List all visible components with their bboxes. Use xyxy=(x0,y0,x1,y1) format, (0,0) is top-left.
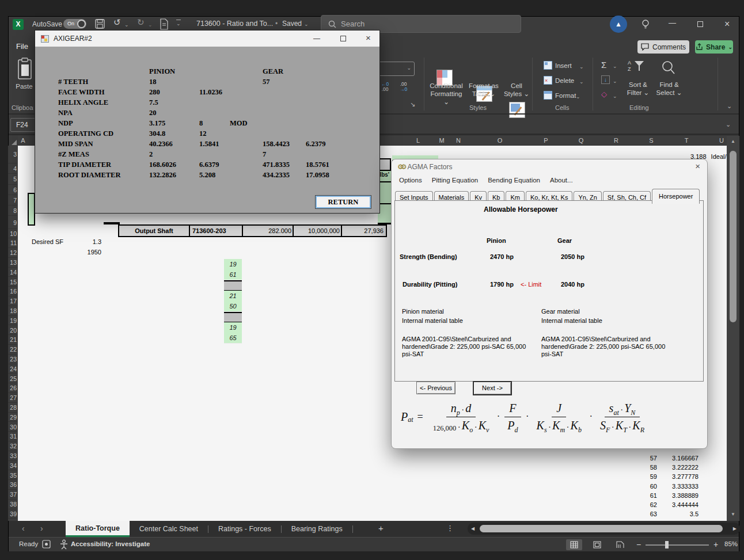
format-cells-button[interactable]: Format xyxy=(544,91,576,100)
row-header-22[interactable]: 22 xyxy=(8,345,17,355)
vertical-scroll-thumb[interactable] xyxy=(730,151,737,322)
format-as-table-button[interactable]: Format as Table ⌄ xyxy=(467,82,500,98)
number-format-combo[interactable]: ⌄ xyxy=(375,62,415,76)
document-icon[interactable] xyxy=(159,18,169,30)
sheet-cell[interactable]: 3.5 xyxy=(658,511,699,517)
undo-icon[interactable]: ↺ xyxy=(113,17,121,28)
axigear-titlebar[interactable]: AXIGEAR#2 — × xyxy=(35,31,379,47)
desired-sf-value[interactable]: 1.3 xyxy=(75,238,101,245)
sheet-cell[interactable]: 3.277778 xyxy=(658,473,699,480)
comments-button[interactable]: Comments xyxy=(637,40,689,54)
row-header-14[interactable]: 14 xyxy=(8,268,17,277)
row-header-36[interactable]: 36 xyxy=(8,480,17,490)
row-header-16[interactable]: 16 xyxy=(8,287,17,296)
row-header-19[interactable]: 19 xyxy=(8,316,17,326)
axigear-maximize-icon[interactable] xyxy=(340,36,346,41)
row-header-30[interactable]: 30 xyxy=(8,422,17,432)
sheet-cell[interactable]: 50 xyxy=(224,301,242,312)
menu-options[interactable]: Options xyxy=(399,177,422,184)
maximize-window-icon[interactable] xyxy=(697,21,703,27)
saved-status[interactable]: Saved xyxy=(282,20,302,28)
row-header-26[interactable]: 26 xyxy=(8,383,17,393)
tab-overflow-icon[interactable]: ⋮ xyxy=(446,524,454,532)
next-sheet-icon[interactable]: › xyxy=(40,524,43,533)
sheet-cell[interactable]: 19 xyxy=(224,259,242,270)
desired-sf-value2[interactable]: 1950 xyxy=(75,249,101,256)
sheet-cell[interactable]: 58 xyxy=(617,464,657,471)
undo-chevron-icon[interactable]: ⌄ xyxy=(124,22,129,28)
minimize-window-icon[interactable]: — xyxy=(669,18,676,27)
fill-chevron-icon[interactable]: ⌄ xyxy=(613,78,617,84)
row-header-34[interactable]: 34 xyxy=(8,461,17,471)
row-header-13[interactable]: 13 xyxy=(8,258,17,268)
hscroll-left-icon[interactable]: ◀ xyxy=(471,526,475,531)
clear-icon[interactable]: ◇ xyxy=(601,90,607,98)
normal-view-button[interactable] xyxy=(566,539,582,550)
sheet-cell[interactable]: 57 xyxy=(617,455,657,462)
sheet-cell[interactable]: 3.388889 xyxy=(658,492,699,499)
sheet-cell[interactable]: 3.166667 xyxy=(658,455,699,462)
autosum-icon[interactable]: Σ xyxy=(601,60,606,70)
row-header-3[interactable]: 3 xyxy=(8,146,17,163)
zoom-level[interactable]: 85% xyxy=(724,540,738,547)
row-header-37[interactable]: 37 xyxy=(8,490,17,500)
column-header-A[interactable]: A xyxy=(17,136,29,146)
row-header-25[interactable]: 25 xyxy=(8,374,17,384)
return-button[interactable]: RETURN xyxy=(316,196,371,208)
increase-decimal-icon[interactable]: .00→0 xyxy=(400,82,407,92)
macro-record-icon[interactable] xyxy=(42,540,51,549)
sheet-cell[interactable]: 61 xyxy=(617,492,657,499)
zoom-out-button[interactable]: − xyxy=(636,540,641,549)
fill-icon[interactable]: ↓ xyxy=(601,75,610,84)
row-header-5[interactable]: 5 xyxy=(8,174,17,184)
saved-chevron-icon[interactable]: ⌄ xyxy=(304,21,309,27)
autosave-toggle[interactable]: On xyxy=(63,19,86,29)
agma-titlebar[interactable]: ⚙⚙ AGMA Factors xyxy=(392,159,707,174)
insert-cells-button[interactable]: Insert xyxy=(544,61,572,70)
row-header-20[interactable]: 20 xyxy=(8,326,17,336)
customize-qat-icon[interactable]: ⌄ xyxy=(176,20,181,26)
sheet-cell[interactable]: 63 xyxy=(617,511,657,517)
paste-icon[interactable] xyxy=(16,58,33,81)
find-select-button[interactable]: Find & Select ⌄ xyxy=(654,81,684,97)
insert-chevron-icon[interactable]: ⌄ xyxy=(579,64,584,70)
clear-chevron-icon[interactable]: ⌄ xyxy=(613,93,617,99)
accessibility-status[interactable]: Accessibility: Investigate xyxy=(71,540,150,547)
row-header-6[interactable]: 6 xyxy=(8,185,17,195)
menu-pitting-equation[interactable]: Pitting Equation xyxy=(432,177,479,184)
accessibility-icon[interactable] xyxy=(59,539,69,550)
sort-filter-button[interactable]: Sort & Filter ⌄ xyxy=(623,81,653,97)
paste-label[interactable]: Paste xyxy=(13,82,36,90)
lightbulb-icon[interactable] xyxy=(641,19,650,29)
zoom-slider-track[interactable] xyxy=(646,544,709,546)
hscroll-right-icon[interactable]: ▶ xyxy=(733,526,737,531)
column-header-R[interactable]: R xyxy=(610,136,622,146)
column-header-S[interactable]: S xyxy=(645,136,658,146)
row-header-17[interactable]: 17 xyxy=(8,296,17,306)
row-header-23[interactable]: 23 xyxy=(8,355,17,364)
delete-cells-button[interactable]: × Delete xyxy=(544,76,574,85)
column-header-T[interactable]: T xyxy=(680,136,693,146)
sheet-cell[interactable] xyxy=(224,312,242,323)
autosum-chevron-icon[interactable]: ⌄ xyxy=(613,63,617,69)
sheet-cell[interactable]: 65 xyxy=(224,333,242,344)
decrease-decimal-icon[interactable]: ←0.00 xyxy=(381,82,389,92)
sheet-cell[interactable]: 60 xyxy=(617,483,657,490)
formula-bar-chevron-icon[interactable]: ⌄ xyxy=(726,121,731,128)
zoom-slider-thumb[interactable] xyxy=(665,541,669,548)
row-header-8[interactable]: 8 xyxy=(8,205,17,216)
sheet-cell[interactable]: 3.333333 xyxy=(658,483,699,490)
format-chevron-icon[interactable]: ⌄ xyxy=(576,94,580,100)
row-header-7[interactable]: 7 xyxy=(8,195,17,205)
row-header-4[interactable]: 4 xyxy=(8,163,17,174)
row-header-38[interactable]: 38 xyxy=(8,500,17,509)
row-header-10[interactable]: 10 xyxy=(8,229,17,239)
row-header-27[interactable]: 27 xyxy=(8,393,17,403)
sheet-cell[interactable]: 21 xyxy=(224,291,242,302)
save-icon[interactable] xyxy=(94,18,106,30)
column-header-P[interactable]: P xyxy=(540,136,552,146)
row-header-32[interactable]: 32 xyxy=(8,441,17,451)
sheet-tab-ratings-forces[interactable]: Ratings - Forces xyxy=(208,521,281,537)
row-header-39[interactable]: 39 xyxy=(8,509,17,519)
sheet-cell[interactable]: 282.000 xyxy=(242,224,295,237)
